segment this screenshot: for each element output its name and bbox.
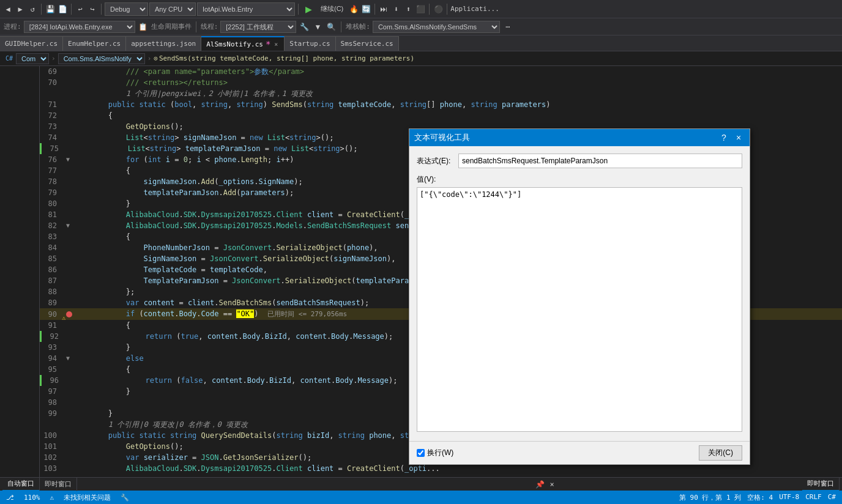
- filter-icon[interactable]: ▼: [312, 21, 323, 32]
- modal-close-icon-button[interactable]: ×: [732, 132, 745, 144]
- wrap-checkbox-row: 换行(W): [417, 448, 453, 458]
- tab-guidhelper[interactable]: GUIDHelper.cs: [0, 36, 63, 51]
- bottom-panel-icons: 📌 ×: [534, 479, 557, 490]
- breadcrumb-sep-1: ›: [51, 54, 56, 62]
- immediate-tab[interactable]: 即时窗口: [802, 478, 840, 491]
- status-bar-right: 第 90 行，第 1 列 空格: 4 UTF-8 CRLF C#: [677, 493, 838, 502]
- modal-help-button[interactable]: ?: [718, 132, 730, 144]
- modal-close-button[interactable]: 关闭(C): [699, 445, 742, 461]
- class-dropdown[interactable]: Com.Sms.AlSmsNotify: [58, 53, 145, 64]
- modal-body: 表达式(E): 值(V): ["{\"code\":\"1244\"}"]: [409, 146, 750, 441]
- restart-icon[interactable]: 🔄: [360, 4, 371, 15]
- breakpoint-indicator: [66, 311, 72, 317]
- expression-input[interactable]: [458, 154, 742, 168]
- bottom-tab-autownd[interactable]: 自动窗口: [2, 478, 40, 491]
- redo-icon[interactable]: ↪: [87, 4, 98, 15]
- expression-label: 表达式(E):: [417, 156, 453, 166]
- tab-smsservice[interactable]: SmsService.cs: [336, 36, 399, 51]
- stack-dropdown[interactable]: Com.Sms.AlSmsNotify.SendSms: [373, 21, 500, 33]
- continue-label[interactable]: 继续(C): [317, 3, 347, 15]
- line-ending[interactable]: CRLF: [803, 493, 824, 502]
- language[interactable]: C#: [825, 493, 838, 502]
- namespace-dropdown[interactable]: Com: [16, 53, 49, 64]
- text-visualizer-dialog[interactable]: 文本可视化工具 ? × 表达式(E): 值(V): ["{\"code\":\"…: [409, 128, 750, 465]
- thread-icon[interactable]: 🔧: [299, 21, 310, 32]
- tab-modified-indicator: *: [266, 40, 270, 48]
- breadcrumb-sep-2: ›: [147, 54, 152, 62]
- value-textarea-wrapper: ["{\"code\":\"1244\"}"]: [417, 187, 742, 434]
- modal-title: 文本可视化工具: [414, 132, 470, 143]
- tab-guidhelper-label: GUIDHelper.cs: [5, 40, 58, 48]
- undo-icon[interactable]: ↩: [75, 4, 86, 15]
- tab-alsmsnotify[interactable]: AlSmsNotify.cs * ×: [201, 36, 285, 51]
- step-over-icon[interactable]: ⏭: [378, 4, 389, 15]
- value-label: 值(V):: [417, 174, 742, 185]
- code-line-71: 71 public static (bool, string, string) …: [40, 99, 842, 110]
- toolbar-sep-7: [447, 4, 447, 15]
- bottom-tab-immeditae[interactable]: 即时窗口: [40, 478, 77, 491]
- code-line-72: 72 {: [40, 110, 842, 121]
- tab-close-icon[interactable]: ×: [273, 41, 279, 48]
- line-col[interactable]: 第 90 行，第 1 列: [677, 493, 743, 502]
- filter2-icon[interactable]: 🔍: [326, 21, 337, 32]
- code-line-ref-1: 1 个引用|pengxiwei，2 小时前|1 名作者，1 项更改: [40, 88, 842, 99]
- application-label: Applicati...: [450, 5, 499, 13]
- step-out-icon[interactable]: ⬆: [403, 4, 414, 15]
- encoding[interactable]: UTF-8: [777, 493, 802, 502]
- tab-alsmsnotify-label: AlSmsNotify.cs: [206, 40, 263, 48]
- breakpoints-icon[interactable]: ⚫: [433, 4, 444, 15]
- platform-dropdown[interactable]: Any CPU x64: [149, 2, 196, 16]
- modal-footer: 换行(W) 关闭(C): [409, 441, 750, 464]
- tab-startup[interactable]: Startup.cs: [285, 36, 335, 51]
- toolbar-sep-5: [374, 4, 375, 15]
- wrap-checkbox[interactable]: [417, 449, 425, 457]
- forward-icon[interactable]: ▶: [15, 4, 26, 15]
- check-icon[interactable]: 🔧: [118, 494, 132, 502]
- stack-more-icon[interactable]: ⋯: [502, 21, 513, 32]
- entry-dropdown[interactable]: IotApi.Web.Entry: [197, 2, 295, 16]
- process-toolbar: 进程: [2824] IotApi.Web.Entry.exe 📋 生命周期事件…: [0, 18, 842, 35]
- method-breadcrumb[interactable]: ⊙: [154, 54, 158, 62]
- error-text[interactable]: 未找到相关问题: [61, 493, 113, 502]
- breadcrumb-bar: C# Com › Com.Sms.AlSmsNotify › ⊙ SendSms…: [0, 51, 842, 66]
- tab-startup-label: Startup.cs: [289, 40, 330, 48]
- toolbar-sep-3: [101, 4, 102, 15]
- refresh-icon[interactable]: ↺: [27, 4, 38, 15]
- pin-icon[interactable]: 📌: [534, 479, 545, 490]
- fire-icon[interactable]: 🔥: [348, 4, 359, 15]
- zoom-level[interactable]: 110%: [21, 494, 43, 502]
- tab-enumhelper-label: EnumHelper.cs: [68, 40, 121, 48]
- lifecycle-icon[interactable]: 📋: [138, 21, 149, 32]
- wrap-label[interactable]: 换行(W): [427, 448, 453, 458]
- tab-appsettings-label: appsettings.json: [131, 40, 196, 48]
- stack-label: 堆栈帧:: [346, 22, 370, 31]
- step-into-icon[interactable]: ⬇: [390, 4, 401, 15]
- bottom-panel-tabs: 自动窗口 即时窗口 📌 × 即时窗口: [0, 477, 842, 491]
- timing-badge: 已用时间 <= 279,056ms: [264, 310, 348, 318]
- code-line-69: 69 /// <param name="parameters">参数</para…: [40, 66, 842, 77]
- tab-enumhelper[interactable]: EnumHelper.cs: [63, 36, 126, 51]
- code-line-70: 70 /// <returns></returns>: [40, 77, 842, 88]
- hex-icon[interactable]: ⬛: [415, 4, 426, 15]
- back-icon[interactable]: ◀: [2, 4, 13, 15]
- method-name[interactable]: SendSms(string templateCode, string[] ph…: [159, 54, 414, 62]
- value-textarea[interactable]: ["{\"code\":\"1244\"}"]: [417, 187, 742, 432]
- editor-tab-bar: GUIDHelper.cs EnumHelper.cs appsettings.…: [0, 35, 842, 51]
- error-indicator[interactable]: ⚠: [48, 494, 57, 502]
- debug-dropdown[interactable]: Debug Release: [105, 2, 148, 16]
- save2-icon[interactable]: 📄: [57, 4, 68, 15]
- continue-button[interactable]: ▶: [302, 3, 316, 15]
- modal-title-bar: 文本可视化工具 ? ×: [409, 129, 750, 146]
- lifecycle-label: 生命周期事件: [151, 22, 192, 31]
- spaces[interactable]: 空格: 4: [745, 493, 775, 502]
- status-bar: ⎇ 110% ⚠ 未找到相关问题 🔧 第 90 行，第 1 列 空格: 4 UT…: [0, 491, 842, 504]
- thread-dropdown[interactable]: [2252] 工作线程: [220, 21, 296, 33]
- expression-row: 表达式(E):: [417, 154, 742, 168]
- process-dropdown[interactable]: [2824] IotApi.Web.Entry.exe: [24, 21, 135, 33]
- close-panel-icon[interactable]: ×: [546, 479, 557, 490]
- tab-appsettings[interactable]: appsettings.json: [126, 36, 201, 51]
- main-toolbar: ◀ ▶ ↺ 💾 📄 ↩ ↪ Debug Release Any CPU x64 …: [0, 0, 842, 18]
- sep-proc-2: [341, 21, 341, 32]
- save-icon[interactable]: 💾: [45, 4, 56, 15]
- git-icon[interactable]: ⎇: [4, 494, 17, 502]
